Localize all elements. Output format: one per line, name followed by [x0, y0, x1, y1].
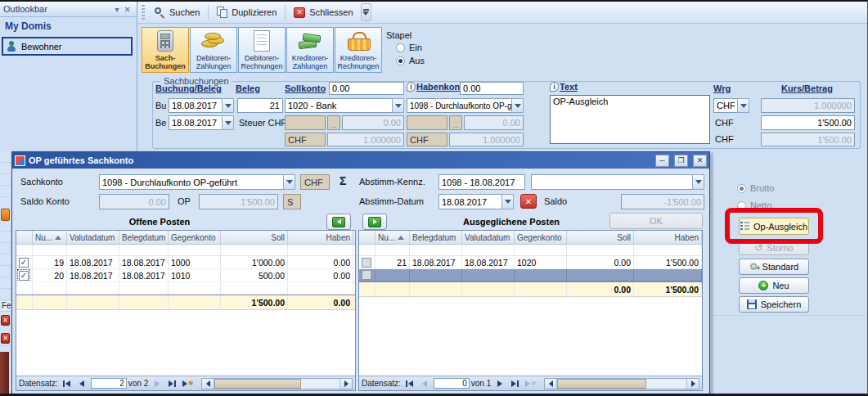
col-nummer[interactable]: Nu...: [33, 231, 67, 244]
horizontal-scrollbar[interactable]: [201, 378, 353, 389]
buchungsdatum-combo[interactable]: 18.08.2017: [169, 98, 234, 113]
new-record-button[interactable]: ✱: [181, 378, 195, 389]
bu-label: Bu: [155, 101, 166, 110]
dialog-titlebar[interactable]: OP geführtes Sachkonto ─ ❐ ✕: [12, 152, 709, 169]
last-record-button[interactable]: [165, 378, 179, 389]
betrag-input[interactable]: 1'500.00: [761, 115, 855, 130]
col-valutadatum[interactable]: Valutadatum: [67, 231, 119, 244]
first-record-button[interactable]: [403, 378, 416, 389]
move-left-button[interactable]: [326, 214, 351, 230]
saldo-label: Saldo: [544, 196, 567, 206]
scrollbar-thumb[interactable]: [214, 379, 301, 389]
stapel-ein-radio[interactable]: Ein: [396, 43, 422, 52]
selected-empty-row[interactable]: [359, 269, 702, 281]
toolbar-overflow-button[interactable]: [361, 3, 371, 21]
record-number-input[interactable]: 2: [91, 378, 127, 389]
tab-kreditoren-zahlungen[interactable]: Kreditoren-Zahlungen: [286, 27, 334, 73]
abstimm-kennz-combo[interactable]: [531, 174, 704, 190]
move-right-button[interactable]: [362, 214, 387, 230]
belegdatum-combo[interactable]: 18.08.2017: [169, 115, 234, 130]
undo-icon: ↺: [754, 244, 762, 252]
row-checkbox[interactable]: ✓: [19, 271, 29, 281]
sidebar-group-header[interactable]: My Domis: [0, 17, 137, 35]
speichern-button[interactable]: Speichern: [739, 296, 809, 313]
scrollbar-thumb[interactable]: [557, 379, 646, 389]
ok-button[interactable]: OK: [609, 213, 703, 229]
new-record-button[interactable]: ✱: [524, 378, 537, 389]
sollkonto-saldo-field[interactable]: 0.00: [329, 82, 404, 95]
col-gegenkonto[interactable]: Gegenkonto: [169, 231, 221, 244]
minimize-button[interactable]: ─: [655, 155, 669, 167]
grid-header-row: Nu... Valutadatum Belegdatum Gegenkonto …: [16, 231, 355, 245]
close-sidebar-icon[interactable]: ✕: [122, 5, 133, 14]
brutto-radio[interactable]: Brutto: [737, 183, 774, 193]
col-gegenkonto[interactable]: Gegenkonto: [515, 231, 567, 244]
chevron-down-icon[interactable]: ▾: [113, 5, 122, 14]
toolbar-grip[interactable]: [142, 5, 145, 20]
col-belegdatum[interactable]: Belegdatum: [119, 231, 169, 244]
steuer-haben-lookup-button[interactable]: ...: [449, 115, 462, 130]
sachkonto-label: Sachkonto: [20, 177, 63, 187]
filter-row[interactable]: [16, 245, 355, 256]
table-row[interactable]: 21 18.08.2017 18.08.2017 1020 0.00 1'500…: [359, 256, 702, 269]
sachkonto-combo[interactable]: 1098 - Durchlaufkonto OP-geführt: [99, 174, 295, 190]
neu-button[interactable]: + Neu: [739, 277, 809, 294]
next-record-button[interactable]: [492, 378, 506, 389]
delete-abstimmung-button[interactable]: ✕: [520, 194, 537, 209]
abstimm-datum-combo[interactable]: 18.08.2017: [438, 194, 514, 209]
col-belegdatum[interactable]: Belegdatum: [410, 231, 462, 244]
sollkonto-combo[interactable]: 1020 - Bank: [285, 98, 404, 113]
next-record-button[interactable]: [150, 378, 164, 389]
steuercode-soll-field[interactable]: [285, 115, 326, 130]
abstimm-kennz-input[interactable]: 1098 - 18.08.2017: [438, 174, 525, 190]
col-haben[interactable]: Haben: [634, 231, 702, 244]
steuercode-haben-field[interactable]: [407, 115, 447, 130]
prev-record-button[interactable]: [418, 378, 432, 389]
col-haben[interactable]: Haben: [288, 231, 353, 244]
schliessen-button[interactable]: ✕ Schliessen: [288, 6, 358, 20]
maximize-button[interactable]: ❐: [674, 155, 688, 167]
main-toolbar: Suchen Duplizieren ✕ Schliessen: [138, 2, 868, 24]
row-checkbox[interactable]: ✓: [19, 258, 29, 268]
table-row[interactable]: ✓ 20 18.08.2017 18.08.2017 1010 500.00 0…: [16, 269, 355, 282]
habenkonto-saldo-field[interactable]: 0.00: [460, 82, 524, 95]
row-checkbox-disabled[interactable]: [362, 258, 371, 268]
tab-debitoren-zahlungen[interactable]: Debitoren-Zahlungen: [190, 27, 237, 73]
standard-button[interactable]: ⚙ Standard: [739, 259, 809, 275]
filter-row[interactable]: [359, 245, 702, 256]
checkbox-column-header[interactable]: [359, 231, 376, 244]
horizontal-scrollbar[interactable]: [544, 378, 699, 389]
row-checkbox-disabled[interactable]: [362, 270, 371, 280]
record-number-input[interactable]: 0: [434, 378, 470, 389]
steuer-soll-lookup-button[interactable]: ...: [327, 115, 340, 130]
wrg-combo[interactable]: CHF: [713, 98, 749, 113]
prev-record-button[interactable]: [75, 378, 89, 389]
record-navigator: Datensatz: 2 von 2 ✱: [16, 376, 355, 390]
habenkonto-combo[interactable]: 1098 - Durchlaufkonto OP-gefüh: [407, 98, 524, 113]
duplizieren-button[interactable]: Duplizieren: [211, 5, 282, 20]
op-label: OP: [178, 196, 191, 206]
grid-header-row: Nu... Belegdatum Valutadatum Gegenkonto …: [359, 231, 702, 245]
tab-kreditoren-rechnungen[interactable]: Kreditoren-Rechnungen: [335, 27, 382, 73]
checkbox-column-header[interactable]: [16, 231, 33, 244]
col-soll[interactable]: Soll: [221, 231, 288, 244]
tab-sach-buchungen[interactable]: Sach-Buchungen: [142, 27, 189, 73]
panel-label-fragment: Fe: [1, 301, 12, 310]
tab-debitoren-rechnungen[interactable]: Debitoren-Rechnungen: [238, 27, 286, 73]
col-nummer[interactable]: Nu...: [376, 231, 410, 244]
text-input[interactable]: OP-Ausgleich: [550, 95, 710, 144]
sigma-icon[interactable]: Σ: [340, 174, 346, 187]
col-soll[interactable]: Soll: [567, 231, 634, 244]
scroll-right-icon: [686, 379, 699, 389]
sidebar-item-bewohner[interactable]: Bewohner: [2, 37, 133, 56]
col-valutadatum[interactable]: Valutadatum: [462, 231, 515, 244]
first-record-button[interactable]: [60, 378, 74, 389]
stapel-aus-radio[interactable]: Aus: [396, 56, 425, 65]
basket-icon: [348, 32, 369, 50]
suchen-button[interactable]: Suchen: [149, 6, 205, 20]
beleg-input[interactable]: 21: [237, 98, 283, 113]
table-row[interactable]: ✓ 19 18.08.2017 18.08.2017 1000 1'000.00…: [16, 256, 355, 269]
last-record-button[interactable]: [508, 378, 522, 389]
abstimm-kennz-label: Abstimm-Kennz.: [359, 177, 425, 187]
close-button[interactable]: ✕: [693, 155, 707, 167]
